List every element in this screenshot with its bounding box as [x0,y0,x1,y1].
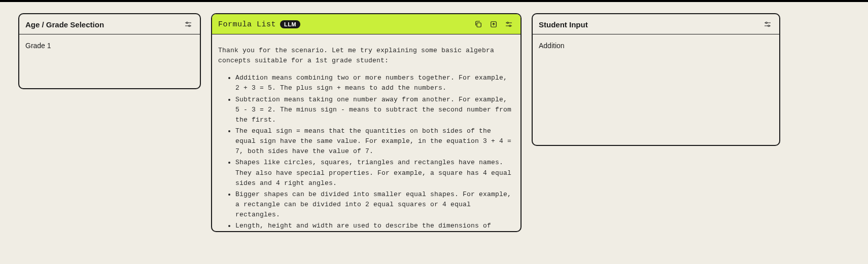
age-grade-value: Grade 1 [25,42,51,50]
svg-point-13 [768,25,770,27]
llm-badge: LLM [280,20,300,28]
panel-age-body[interactable]: Grade 1 [19,34,200,88]
board: Age / Grade Selection Grade 1 Formula Li… [0,2,868,243]
panel-student-title: Student Input [539,20,588,29]
svg-point-1 [186,22,188,24]
panel-student-input: Student Input Addition [532,13,780,146]
export-icon[interactable] [488,19,499,30]
list-item: Addition means combining two or more num… [235,73,514,93]
formula-bullet-list: Addition means combining two or more num… [218,73,514,231]
list-item: Shapes like circles, squares, triangles … [235,158,514,188]
svg-point-11 [766,22,767,24]
panel-formula-header: Formula List LLM [212,14,520,34]
list-item: Bigger shapes can be divided into smalle… [235,190,514,220]
settings-icon[interactable] [183,19,194,30]
panel-formula-body: Thank you for the scenario. Let me try e… [212,34,520,231]
list-item: Subtraction means taking one number away… [235,95,514,125]
panel-formula-title: Formula List [218,20,276,29]
settings-icon[interactable] [762,19,773,30]
svg-rect-4 [477,23,481,27]
svg-point-9 [509,25,511,27]
svg-point-7 [507,22,508,24]
svg-point-3 [189,25,190,27]
list-item: The equal sign = means that the quantiti… [235,126,514,157]
panel-age-header: Age / Grade Selection [19,14,200,34]
panel-student-header: Student Input [533,14,779,34]
student-input-value: Addition [539,42,565,50]
panel-age-grade: Age / Grade Selection Grade 1 [18,13,201,89]
list-item: Length, height and width are used to des… [235,221,514,231]
panel-student-body[interactable]: Addition [533,34,779,145]
settings-icon[interactable] [503,19,514,30]
panel-age-title: Age / Grade Selection [25,20,104,29]
formula-intro: Thank you for the scenario. Let me try e… [218,46,514,66]
copy-icon[interactable] [473,19,484,30]
panel-formula-list: Formula List LLM Thank you for the scena… [211,13,522,232]
